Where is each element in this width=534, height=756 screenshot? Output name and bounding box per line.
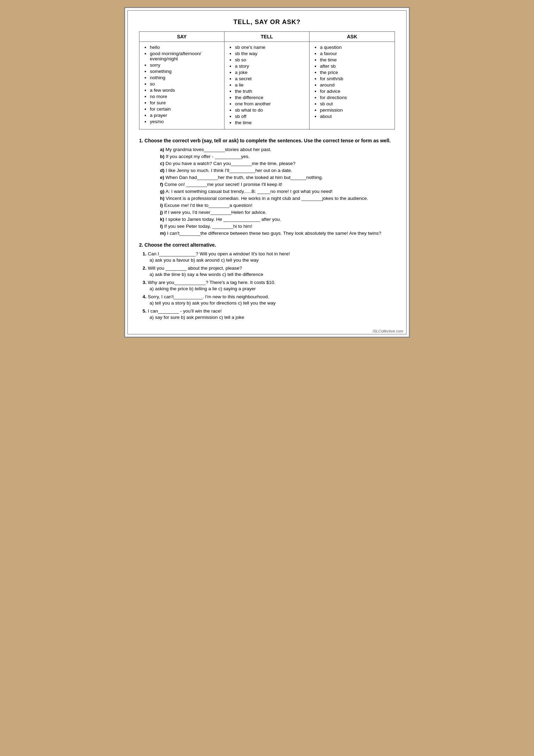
list-item: the truth	[235, 89, 305, 94]
exercise2-instruction: 2. Choose the correct alternative.	[139, 242, 395, 248]
exercise1-item: i) Excuse me! I'd like to________a quest…	[160, 203, 395, 208]
list-item: no more	[150, 94, 220, 99]
list-item: one from another	[235, 101, 305, 106]
exercise2-item-num: 2. Will you ________ about the project, …	[139, 265, 395, 271]
list-item: something	[150, 69, 220, 74]
col-say-header: SAY	[139, 32, 224, 42]
exercise2-item-options: a) say for sure b) ask permission c) tel…	[139, 315, 395, 320]
list-item: sorry	[150, 62, 220, 68]
exercise1-item: b) If you accept my offer - __________ye…	[160, 154, 395, 159]
exercise2-item-options: a) ask you a favour b) ask around c) tel…	[139, 257, 395, 263]
list-item: sb out	[320, 101, 390, 106]
say-list: hellogood morning/afternoon/ evening/nig…	[144, 45, 220, 124]
list-item: the difference	[235, 95, 305, 100]
list-item: about	[320, 114, 390, 119]
exercise2-list: 1. Can I______________? Will you open a …	[139, 251, 395, 320]
reference-table: SAY TELL ASK hellogood morning/afternoon…	[139, 31, 395, 129]
list-item: sb the way	[235, 51, 305, 56]
exercise1-item: l) If you see Peter today, ________hi to…	[160, 224, 395, 229]
list-item: for advice	[320, 89, 390, 94]
exercise1-item: m) I can't________the difference between…	[160, 231, 395, 236]
exercise1-item: k) I spoke to James today. He __________…	[160, 217, 395, 222]
list-item: a story	[235, 63, 305, 69]
table-body: hellogood morning/afternoon/ evening/nig…	[139, 42, 395, 129]
watermark: ISLCollective.com	[373, 329, 403, 333]
list-item: nothing	[150, 75, 220, 80]
exercise2-item-num: 1. Can I______________? Will you open a …	[139, 251, 395, 256]
exercise1-item: j) If I were you, I'd never________Helen…	[160, 210, 395, 215]
exercise2-item-num: 5. I can________ - you'll win the race!	[139, 308, 395, 314]
exercise2-item-options: a) ask the time b) say a few words c) te…	[139, 272, 395, 277]
list-item: good morning/afternoon/ evening/night	[150, 51, 220, 61]
exercise2-item-options: a) tell you a story b) ask you for direc…	[139, 300, 395, 306]
list-item: yes/no	[150, 119, 220, 124]
page-title: TELL, SAY OR ASK?	[139, 18, 395, 26]
list-item: a few words	[150, 88, 220, 93]
list-item: permission	[320, 107, 390, 113]
list-item: after sb	[320, 63, 390, 69]
exercise1-item: h) Vincent is a professional comedian. H…	[160, 196, 395, 201]
col-tell-header: TELL	[224, 32, 310, 42]
list-item: around	[320, 82, 390, 88]
page: TELL, SAY OR ASK? SAY TELL ASK hellogood…	[124, 7, 410, 338]
list-item: a lie	[235, 82, 305, 88]
table-header-row: SAY TELL ASK	[139, 32, 395, 42]
exercise1-item: f) Come on! ________me your secret! I pr…	[160, 182, 395, 187]
list-item: for smth/sb	[320, 76, 390, 81]
exercise1-item: a) My grandma loves________stories about…	[160, 147, 395, 152]
exercise1-item: d) I like Jenny so much. I think I'll___…	[160, 168, 395, 173]
tell-list: sb one's namesb the waysb soa storya jok…	[229, 45, 305, 125]
ask-list: a questiona favourthe timeafter sbthe pr…	[314, 45, 390, 119]
say-column: hellogood morning/afternoon/ evening/nig…	[139, 42, 224, 129]
list-item: the price	[320, 70, 390, 75]
list-item: sb so	[235, 57, 305, 62]
exercise1-instruction: 1. Choose the correct verb (say, tell or…	[139, 138, 395, 143]
exercise1-item: g) A: I want something casual but trendy…	[160, 189, 395, 194]
exercise2-section: 2. Choose the correct alternative. 1. Ca…	[139, 242, 395, 320]
list-item: a prayer	[150, 113, 220, 118]
list-item: the time	[235, 120, 305, 125]
exercise2-item-num: 4. Sorry, I can't___________. I'm new to…	[139, 294, 395, 299]
list-item: for certain	[150, 106, 220, 112]
exercise2-item-options: a) asking the price b) telling a lie c) …	[139, 286, 395, 291]
exercise1-item: c) Do you have a watch? Can you________m…	[160, 161, 395, 166]
exercise2-item-num: 3. Why are you____________? There's a ta…	[139, 280, 395, 285]
list-item: sb one's name	[235, 45, 305, 50]
list-item: for directions	[320, 95, 390, 100]
list-item: so	[150, 81, 220, 87]
list-item: sb off	[235, 114, 305, 119]
col-ask-header: ASK	[310, 32, 395, 42]
exercise1-list: a) My grandma loves________stories about…	[139, 147, 395, 236]
list-item: a favour	[320, 51, 390, 56]
exercise1-section: 1. Choose the correct verb (say, tell or…	[139, 138, 395, 236]
list-item: hello	[150, 45, 220, 50]
list-item: sb what to do	[235, 107, 305, 113]
list-item: for sure	[150, 100, 220, 105]
list-item: the time	[320, 57, 390, 62]
list-item: a question	[320, 45, 390, 50]
list-item: a secret	[235, 76, 305, 81]
ask-column: a questiona favourthe timeafter sbthe pr…	[310, 42, 395, 129]
list-item: a joke	[235, 70, 305, 75]
exercise1-item: e) When Dan had________her the truth, sh…	[160, 175, 395, 180]
tell-column: sb one's namesb the waysb soa storya jok…	[224, 42, 310, 129]
